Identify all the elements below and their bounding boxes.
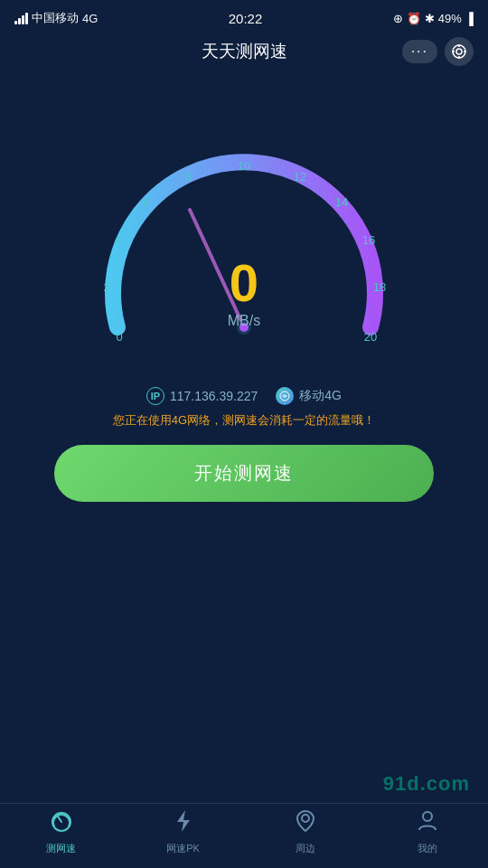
start-btn-wrap: 开始测网速 — [22, 445, 466, 502]
alarm-icon: ⏰ — [407, 12, 421, 25]
start-speed-test-button[interactable]: 开始测网速 — [54, 445, 434, 502]
svg-marker-23 — [177, 810, 190, 832]
ip-badge: IP — [146, 387, 164, 405]
header-actions: ··· — [402, 37, 474, 66]
nav-label-mine: 我的 — [418, 842, 437, 855]
location-icon: ⊕ — [393, 12, 403, 25]
time-label: 20:22 — [229, 11, 263, 26]
more-button[interactable]: ··· — [402, 40, 437, 63]
status-bar: 中国移动 4G 20:22 ⊕ ⏰ ✱ 49% ▐ — [0, 0, 488, 33]
ip-address: 117.136.39.227 — [170, 389, 258, 403]
svg-text:4: 4 — [114, 233, 120, 247]
svg-point-1 — [456, 49, 462, 54]
nav-item-pk[interactable]: 网速PK — [156, 809, 211, 855]
svg-point-25 — [423, 812, 432, 821]
ip-info: IP 117.136.39.227 — [146, 387, 258, 405]
nav-item-nearby[interactable]: 周边 — [278, 809, 333, 855]
nav-label-pk: 网速PK — [166, 842, 200, 855]
nav-label-speed: 测网速 — [46, 842, 76, 855]
svg-text:20: 20 — [364, 330, 377, 344]
battery-icon: ▐ — [465, 12, 474, 25]
speedometer-nav-icon — [50, 809, 73, 838]
nav-label-nearby: 周边 — [296, 842, 315, 855]
bottom-nav: 测网速 网速PK 周边 我的 — [0, 803, 488, 868]
ip-label: IP — [151, 391, 160, 401]
gauge-svg: 0 2 4 6 8 10 12 14 16 18 20 — [72, 83, 416, 373]
speed-display: 0 MB/s — [228, 257, 260, 329]
network-icon — [276, 387, 294, 405]
svg-text:6: 6 — [143, 195, 149, 209]
location-nav-icon — [295, 809, 316, 838]
battery-label: 49% — [438, 12, 462, 25]
svg-text:16: 16 — [362, 233, 375, 247]
header: 天天测网速 ··· — [0, 33, 488, 74]
warning-text: 您正在使用4G网络，测网速会消耗一定的流量哦！ — [22, 412, 466, 429]
info-row: IP 117.136.39.227 移动4G — [0, 387, 488, 405]
carrier-label: 中国移动 — [32, 10, 79, 26]
svg-text:10: 10 — [238, 159, 250, 173]
lightning-icon — [174, 809, 193, 838]
svg-point-24 — [302, 815, 309, 822]
status-right: ⊕ ⏰ ✱ 49% ▐ — [393, 12, 474, 25]
svg-text:0: 0 — [116, 330, 122, 344]
network-type-label: 4G — [82, 12, 98, 25]
app-title: 天天测网速 — [202, 40, 287, 63]
target-button[interactable] — [445, 37, 474, 66]
svg-text:18: 18 — [373, 280, 386, 294]
svg-text:2: 2 — [103, 280, 109, 294]
svg-text:14: 14 — [335, 195, 348, 209]
svg-point-0 — [453, 45, 465, 58]
svg-text:12: 12 — [294, 170, 306, 184]
speedometer: 0 2 4 6 8 10 12 14 16 18 20 0 MB/s — [72, 83, 416, 373]
network-label: 移动4G — [299, 388, 342, 404]
target-icon — [451, 43, 467, 60]
nav-item-mine[interactable]: 我的 — [400, 809, 455, 855]
svg-line-22 — [58, 816, 61, 822]
speed-unit: MB/s — [228, 313, 260, 329]
nav-item-speed[interactable]: 测网速 — [34, 809, 89, 855]
watermark: 91d.com — [383, 772, 470, 796]
status-left: 中国移动 4G — [14, 10, 98, 26]
network-info: 移动4G — [276, 387, 342, 405]
speed-value: 0 — [228, 257, 260, 309]
user-icon — [417, 809, 438, 838]
svg-text:8: 8 — [184, 170, 191, 184]
bluetooth-icon: ✱ — [425, 12, 435, 25]
signal-icon — [14, 13, 28, 24]
